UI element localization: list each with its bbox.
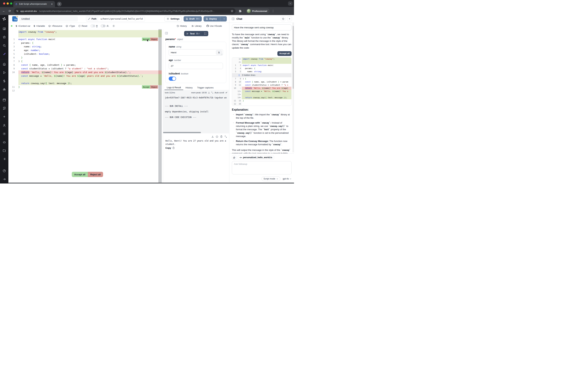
code-line[interactable]: 11}AcceptReject — [9, 85, 163, 89]
test-options-icon[interactable] — [202, 31, 208, 36]
mention-button[interactable]: @ — [232, 155, 236, 160]
path-chip[interactable]: Path u/henri/personalized_hello_world — [86, 16, 145, 22]
expand-icon[interactable] — [225, 135, 227, 138]
code-line[interactable]: 1export async function main(AcceptReject — [9, 37, 163, 41]
sidebar-item-schedules[interactable] — [1, 97, 7, 103]
window-controls[interactable] — [3, 2, 12, 5]
bookmark-star-icon[interactable] — [231, 10, 233, 12]
sidebar-item-favorites[interactable] — [1, 34, 7, 40]
download-icon[interactable] — [208, 92, 210, 94]
collapse-panel-icon[interactable] — [165, 32, 168, 35]
hidden-lines-row[interactable]: 3 hidden lines — [232, 73, 291, 77]
tab-trigger-captures[interactable]: Trigger captures — [195, 85, 216, 90]
code-line[interactable]: 10 return `Hello, ${name}! You are ${age… — [9, 70, 163, 74]
editor-minimap-scrollbar[interactable] — [158, 29, 162, 184]
toggle-off[interactable] — [91, 25, 95, 27]
autoscroll-label[interactable]: Auto scroll — [215, 92, 224, 94]
sidebar-item-resources[interactable] — [1, 86, 7, 92]
code-line[interactable]: 7) { — [9, 59, 163, 63]
history-button[interactable]: History — [177, 25, 187, 27]
code-line[interactable]: 3 name: string; — [9, 45, 163, 48]
use-vscode-button[interactable]: Use VScode — [206, 25, 222, 27]
editor-settings-button[interactable] — [112, 25, 115, 27]
mode-selector[interactable]: Script mode — [261, 176, 280, 181]
add-resource-button[interactable]: +Resource — [48, 25, 62, 27]
code-line[interactable]: 8 const { name, age, isStudent } = param… — [9, 63, 163, 67]
followup-input[interactable] — [232, 161, 292, 175]
sidebar-item-settings[interactable] — [1, 131, 7, 137]
sidebar-item-help[interactable] — [1, 168, 7, 174]
library-button[interactable]: Library — [191, 25, 201, 27]
reset-button[interactable]: Reset — [78, 25, 87, 27]
reject-all-button[interactable]: Reject all — [88, 172, 103, 177]
deploy-button[interactable]: Deploy — [204, 16, 227, 22]
browser-tab[interactable]: Edit Script u/henri/personaliz ✕ — [13, 1, 55, 7]
info-icon[interactable] — [216, 135, 218, 138]
toggle-off[interactable] — [101, 25, 105, 27]
age-field[interactable]: 27 — [169, 63, 223, 69]
window-bottom-scrollbar[interactable] — [9, 183, 294, 184]
expand-icon[interactable] — [211, 92, 213, 94]
reject-chip[interactable]: Reject — [150, 38, 158, 41]
code-line[interactable]: 4 age: number; — [9, 48, 163, 52]
add-context-var-button[interactable]: $+Context var — [16, 25, 30, 27]
diff-mode-toggle[interactable]: ± — [91, 25, 98, 27]
browser-menu-icon[interactable]: ⋮ — [272, 9, 274, 13]
collapse-panel-icon[interactable] — [232, 17, 235, 20]
code-line[interactable] — [9, 78, 163, 82]
sidebar-item-home[interactable] — [1, 61, 7, 67]
chat-accept-all-button[interactable]: Accept all — [277, 51, 292, 56]
script-name-input[interactable]: Untitled — [19, 16, 78, 22]
chat-history-button[interactable] — [281, 17, 285, 21]
context-file-chip[interactable]: <> personalized_hello_world.ts — [238, 155, 274, 160]
sidebar-item-ai-wand[interactable] — [1, 51, 7, 57]
sidebar-item-search[interactable] — [1, 42, 7, 48]
tab-history[interactable]: History — [183, 85, 195, 90]
code-line[interactable]: 9 const studentStatus = isStudent ? "a s… — [9, 67, 163, 70]
site-settings-icon[interactable] — [16, 10, 18, 12]
tab-close-icon[interactable]: ✕ — [51, 3, 53, 5]
download-icon[interactable] — [211, 135, 214, 138]
code-line[interactable]: return cowsay.say({ text: message }); — [9, 82, 163, 85]
tab-search-button[interactable] — [288, 1, 293, 6]
code-line[interactable] — [9, 34, 163, 37]
code-line[interactable]: const message = `Hello, ${name}! You are… — [9, 74, 163, 78]
settings-button[interactable]: Settings — [164, 16, 182, 22]
sidebar-item-apps[interactable] — [1, 26, 7, 32]
new-chat-button[interactable] — [287, 17, 292, 21]
multiplayer-toggle[interactable] — [101, 25, 109, 27]
extensions-icon[interactable] — [239, 10, 242, 13]
sidebar-item-add[interactable] — [1, 114, 7, 119]
sidebar-item-workers[interactable] — [1, 139, 7, 145]
test-button[interactable]: Test ⌘↵ — [184, 31, 208, 36]
code-line[interactable]: 2 params: { — [9, 41, 163, 45]
accept-chip[interactable]: Accept — [142, 85, 150, 89]
sidebar-item-menu[interactable] — [1, 156, 7, 162]
log-horizontal-scrollbar[interactable] — [163, 132, 201, 133]
minimize-window-button[interactable] — [7, 2, 9, 5]
sidebar-item-flows[interactable] — [1, 105, 7, 111]
clipboard-icon[interactable] — [220, 135, 223, 138]
new-tab-button[interactable]: + — [57, 2, 62, 6]
draft-button[interactable]: Draft ⌘S — [184, 16, 202, 22]
chat-scrollbar[interactable] — [293, 23, 294, 152]
add-variable-button[interactable]: $+Variable — [34, 25, 45, 27]
back-icon[interactable]: ← — [2, 9, 6, 13]
sidebar-item-variables[interactable] — [1, 78, 7, 84]
name-field[interactable]: Henri $ — [169, 49, 223, 56]
address-bar[interactable]: app.windmill.dev/scripts/edit/u/henri/pe… — [14, 8, 235, 14]
copy-result-button[interactable]: Copy — [165, 147, 175, 149]
code-line[interactable]: 12 — [9, 89, 163, 92]
sidebar-item-runs[interactable] — [1, 70, 7, 75]
tab-logs-result[interactable]: Logs & Result — [164, 85, 183, 90]
reload-icon[interactable]: ⟳ — [8, 9, 12, 13]
isstudent-toggle[interactable] — [169, 76, 176, 81]
zoom-window-button[interactable] — [10, 2, 12, 5]
add-type-button[interactable]: +Type — [66, 25, 75, 27]
insert-variable-button[interactable]: $ — [216, 50, 222, 55]
log-output[interactable]: job=01975ee7-1bb7-0615-91c3-4eb0f870c71b… — [163, 95, 229, 133]
profile-chip[interactable]: Professionnel — [246, 8, 270, 14]
reject-chip[interactable]: Reject — [150, 85, 158, 89]
sidebar-expand-arrow[interactable] — [1, 176, 7, 182]
chat-messages[interactable]: Have the message sent using cowsay To ha… — [229, 23, 294, 153]
